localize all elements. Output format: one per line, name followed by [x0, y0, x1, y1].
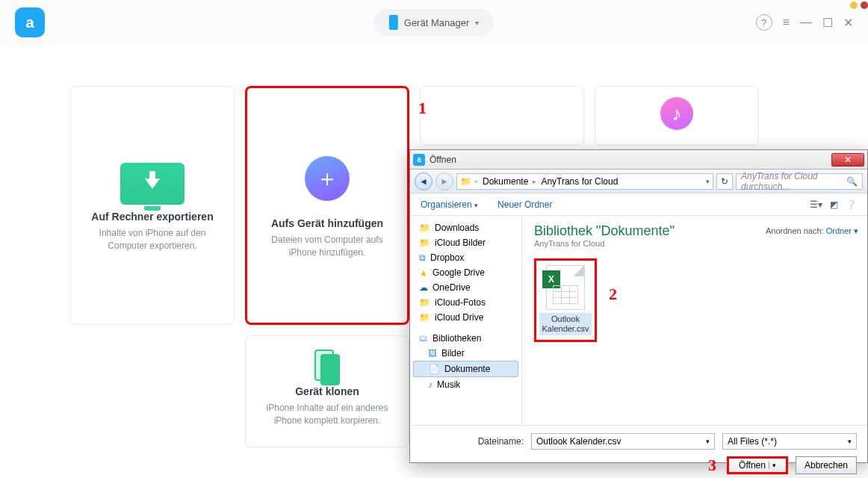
folder-icon: 📁: [419, 238, 430, 248]
dialog-nav: ◄ ► 📁 « Dokumente ▸ AnyTrans for Cloud ▾…: [410, 170, 867, 193]
tree-icloud-fotos[interactable]: 📁iCloud-Fotos: [413, 295, 518, 310]
nav-back-button[interactable]: ◄: [415, 173, 433, 190]
tree-musik[interactable]: ♪Musik: [413, 377, 518, 392]
search-input[interactable]: AnyTrans for Cloud durchsuch... 🔍: [736, 173, 863, 190]
open-button[interactable]: Öffnen ▾: [727, 456, 788, 474]
view-mode-icon[interactable]: ☰▾: [810, 199, 822, 210]
tree-downloads[interactable]: 📁Downloads: [413, 220, 518, 235]
bc-dropdown-icon[interactable]: ▾: [706, 178, 710, 185]
bc-seg-0[interactable]: Dokumente: [481, 176, 530, 187]
music-lib-icon: ♪: [428, 379, 433, 390]
filename-label: Dateiname:: [478, 436, 524, 447]
dialog-close-button[interactable]: ✕: [831, 153, 864, 167]
bc-arrow: ▸: [533, 178, 536, 185]
breadcrumb[interactable]: 📁 « Dokumente ▸ AnyTrans for Cloud ▾: [456, 173, 713, 190]
col-add-clone: ＋ Aufs Gerät hinzufügen Dateien vom Comp…: [245, 86, 409, 447]
new-folder-button[interactable]: Neuer Ordner: [497, 199, 552, 210]
card-export-title: Auf Rechner exportieren: [91, 211, 213, 223]
app-logo: a: [15, 7, 45, 37]
dialog-app-icon: a: [413, 154, 425, 166]
cancel-button[interactable]: Abbrechen: [796, 456, 857, 474]
arrange-dropdown[interactable]: Ordner ▾: [826, 226, 858, 235]
folder-icon: 📁: [419, 223, 430, 233]
csv-file-icon: X: [546, 265, 585, 310]
bc-sep: «: [474, 178, 478, 185]
card-add-desc: Dateien vom Computer aufs iPhone hinzufü…: [261, 234, 394, 259]
chevron-down-icon: ▾: [475, 19, 479, 27]
device-selector[interactable]: Gerät Manager ▾: [374, 9, 494, 36]
search-placeholder: AnyTrans for Cloud durchsuch...: [741, 171, 846, 192]
device-label: Gerät Manager: [404, 17, 469, 28]
music-icon: ♪: [660, 97, 693, 130]
google-drive-icon: ▲: [419, 267, 428, 278]
misc-dots: [850, 1, 868, 9]
card-hidden-1: [420, 86, 584, 146]
card-add-to-device[interactable]: ＋ Aufs Gerät hinzufügen Dateien vom Comp…: [245, 86, 409, 325]
menu-icon[interactable]: ≡: [783, 16, 790, 29]
tree-dropbox[interactable]: ⧉Dropbox: [413, 250, 518, 265]
card-export-desc: Inhalte von iPhone auf den Computer expo…: [84, 227, 220, 252]
tree-dokumente[interactable]: 📄Dokumente: [413, 361, 518, 377]
dialog-titlebar: a Öffnen ✕: [410, 150, 867, 170]
file-open-dialog: a Öffnen ✕ ◄ ► 📁 « Dokumente ▸ AnyTrans …: [409, 149, 868, 463]
organize-menu[interactable]: Organisieren ▾: [421, 199, 478, 210]
filename-input[interactable]: Outlook Kalender.csv▾: [531, 433, 715, 450]
tree-libraries[interactable]: 🗂Bibliotheken: [413, 331, 518, 346]
filetype-filter[interactable]: All Files (*.*)▾: [722, 433, 857, 450]
content-subheading: AnyTrans for Cloud: [534, 239, 855, 248]
file-name-label: Outlook Kalender.csv: [539, 313, 592, 335]
phone-stack-icon: [314, 350, 340, 385]
monitor-icon: [120, 163, 185, 205]
minimize-icon[interactable]: —: [800, 16, 812, 29]
annotation-3: 3: [708, 456, 716, 475]
folder-tree: 📁Downloads 📁iCloud Bilder ⧉Dropbox ▲Goog…: [410, 216, 522, 425]
onedrive-icon: ☁: [419, 282, 428, 293]
folder-icon: 📁: [460, 176, 471, 187]
dialog-body: 📁Downloads 📁iCloud Bilder ⧉Dropbox ▲Goog…: [410, 216, 867, 425]
tree-onedrive[interactable]: ☁OneDrive: [413, 280, 518, 295]
folder-icon: 📁: [419, 297, 430, 308]
folder-icon: 📁: [419, 312, 430, 323]
view-icons: ☰▾ ◩ ❔: [810, 199, 857, 210]
tree-bilder[interactable]: 🖼Bilder: [413, 346, 518, 361]
arrange-by: Anordnen nach: Ordner ▾: [766, 226, 858, 236]
card-clone-desc: iPhone Inhalte auf ein anderes iPhone ko…: [259, 402, 395, 427]
tree-icloud-drive[interactable]: 📁iCloud Drive: [413, 310, 518, 325]
refresh-button[interactable]: ↻: [716, 173, 733, 190]
libraries-icon: 🗂: [419, 333, 428, 344]
file-list-pane: Bibliothek "Dokumente" AnyTrans for Clou…: [522, 216, 867, 425]
bc-seg-1[interactable]: AnyTrans for Cloud: [539, 176, 619, 187]
dialog-footer: Dateiname: Outlook Kalender.csv▾ All Fil…: [410, 425, 867, 478]
card-add-title: Aufs Gerät hinzufügen: [271, 217, 383, 229]
window-controls: ? ≡ — ☐ ✕: [756, 14, 853, 31]
file-outlook-kalender[interactable]: X Outlook Kalender.csv: [534, 258, 597, 342]
card-clone-title: Gerät klonen: [295, 385, 359, 397]
tree-google-drive[interactable]: ▲Google Drive: [413, 265, 518, 280]
card-clone[interactable]: Gerät klonen iPhone Inhalte auf ein ande…: [245, 335, 409, 447]
dropbox-icon: ⧉: [419, 252, 426, 263]
card-music[interactable]: ♪: [595, 86, 759, 146]
preview-pane-icon[interactable]: ◩: [830, 199, 838, 210]
pictures-icon: 🖼: [428, 348, 437, 358]
search-icon: 🔍: [846, 176, 858, 187]
dialog-title: Öffnen: [430, 155, 831, 165]
close-icon[interactable]: ✕: [843, 16, 853, 30]
phone-icon: [389, 15, 398, 30]
app-topbar: a Gerät Manager ▾ ? ≡ — ☐ ✕: [0, 0, 868, 45]
dialog-toolbar: Organisieren ▾ Neuer Ordner ☰▾ ◩ ❔: [410, 193, 867, 216]
annotation-2: 2: [609, 285, 617, 304]
help-icon[interactable]: ?: [756, 14, 772, 31]
documents-icon: 📄: [429, 364, 440, 374]
help-small-icon[interactable]: ❔: [846, 199, 857, 210]
maximize-icon[interactable]: ☐: [822, 16, 833, 30]
annotation-1: 1: [418, 99, 427, 118]
nav-forward-button[interactable]: ►: [435, 173, 453, 190]
plus-icon: ＋: [305, 156, 350, 201]
tree-icloud-bilder[interactable]: 📁iCloud Bilder: [413, 235, 518, 250]
card-export[interactable]: Auf Rechner exportieren Inhalte von iPho…: [70, 86, 235, 325]
